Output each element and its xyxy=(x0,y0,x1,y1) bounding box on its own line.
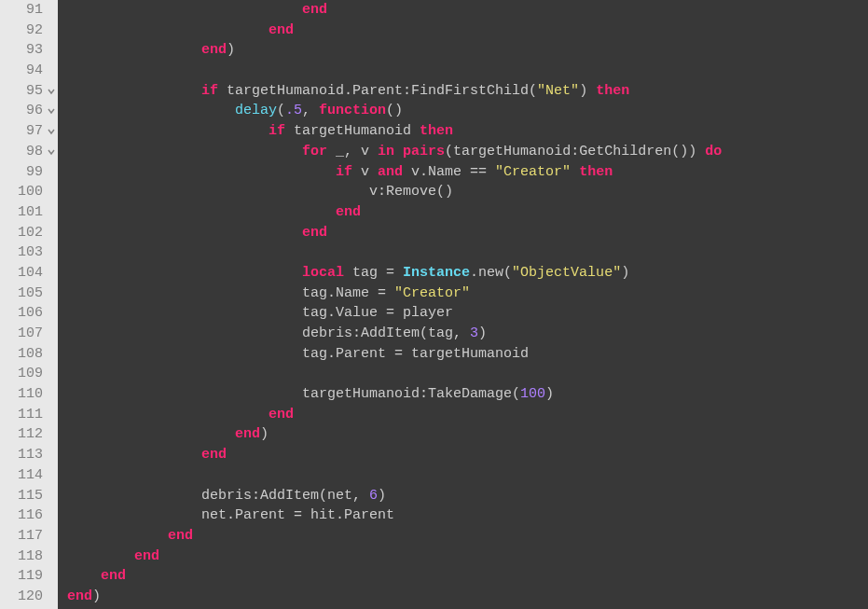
fold-marker xyxy=(45,486,58,506)
code-line[interactable]: targetHumanoid:TakeDamage(100) xyxy=(67,384,868,405)
token-num: 100 xyxy=(520,386,545,402)
token-id: (targetHumanoid:GetChildren()) xyxy=(445,144,705,159)
token-bf: function xyxy=(319,103,386,118)
line-number: 93 xyxy=(6,40,43,61)
token-id: v.Name == xyxy=(411,164,495,180)
token-kw: end xyxy=(134,548,159,564)
fold-marker xyxy=(45,526,58,547)
code-line[interactable]: end xyxy=(67,0,868,21)
token-kw: end xyxy=(201,42,227,58)
token-id xyxy=(571,164,579,180)
token-pn: , xyxy=(302,103,319,118)
fold-marker xyxy=(45,21,58,41)
fold-marker[interactable] xyxy=(45,142,58,162)
token-id: ) xyxy=(545,386,554,402)
code-line[interactable]: debris:AddItem(net, 6) xyxy=(67,486,868,506)
line-number: 105 xyxy=(6,284,43,304)
code-line[interactable]: end xyxy=(67,526,868,547)
token-num: 3 xyxy=(470,325,478,341)
token-id: net.Parent = hit.Parent xyxy=(201,507,394,523)
fold-marker xyxy=(45,405,58,425)
fold-marker xyxy=(45,40,58,61)
fold-marker[interactable] xyxy=(45,81,58,102)
token-kw: if xyxy=(201,83,227,99)
fold-marker xyxy=(45,223,58,243)
token-str: "Creator" xyxy=(394,285,470,301)
code-line[interactable]: if v and v.Name == "Creator" then xyxy=(67,162,868,183)
fold-marker xyxy=(45,547,58,567)
code-line[interactable]: delay(.5, function() xyxy=(67,101,868,121)
code-line[interactable]: local tag = Instance.new("ObjectValue") xyxy=(67,263,868,284)
fold-column[interactable] xyxy=(45,0,58,609)
token-id: v xyxy=(361,164,378,180)
token-id: ) xyxy=(378,488,386,504)
token-id: targetHumanoid.Parent:FindFirstChild( xyxy=(227,83,537,99)
line-number: 95 xyxy=(6,81,43,102)
fold-marker[interactable] xyxy=(45,121,58,142)
token-kw: and xyxy=(378,164,411,180)
token-kw: end xyxy=(269,407,294,422)
code-line[interactable] xyxy=(67,364,868,384)
code-line[interactable]: end) xyxy=(67,40,868,61)
token-cls: Instance xyxy=(403,265,470,281)
code-line[interactable]: end xyxy=(67,223,868,243)
code-line[interactable]: tag.Name = "Creator" xyxy=(67,284,868,304)
code-line[interactable] xyxy=(67,61,868,81)
line-number: 111 xyxy=(6,405,43,425)
token-kw: if xyxy=(336,164,361,180)
code-editor[interactable]: 9192939495969798991001011021031041051061… xyxy=(0,0,868,609)
fold-marker xyxy=(45,0,58,21)
token-id: ) xyxy=(579,83,596,99)
token-pn: ( xyxy=(277,103,285,118)
code-line[interactable]: v:Remove() xyxy=(67,182,868,202)
code-line[interactable]: end xyxy=(67,21,868,41)
code-line[interactable]: if targetHumanoid.Parent:FindFirstChild(… xyxy=(67,81,868,102)
chevron-down-icon xyxy=(48,107,55,115)
line-number: 120 xyxy=(6,587,43,607)
code-line[interactable]: end) xyxy=(67,587,868,607)
token-kw: end xyxy=(235,426,260,442)
token-kw: then xyxy=(596,83,629,99)
code-line[interactable] xyxy=(67,465,868,486)
line-number: 103 xyxy=(6,242,43,263)
code-line[interactable]: end) xyxy=(67,424,868,445)
line-number: 114 xyxy=(6,465,43,486)
code-line[interactable]: for _, v in pairs(targetHumanoid:GetChil… xyxy=(67,142,868,162)
token-kw: in xyxy=(378,144,403,159)
token-kw: end xyxy=(201,447,227,463)
fold-marker xyxy=(45,242,58,263)
code-line[interactable]: end xyxy=(67,445,868,465)
line-number: 118 xyxy=(6,547,43,567)
code-line[interactable]: if targetHumanoid then xyxy=(67,121,868,142)
token-pn: ) xyxy=(227,42,235,58)
code-line[interactable]: debris:AddItem(tag, 3) xyxy=(67,324,868,344)
token-pn: ) xyxy=(92,588,101,604)
code-line[interactable]: net.Parent = hit.Parent xyxy=(67,505,868,526)
line-number: 100 xyxy=(6,182,43,202)
fold-marker xyxy=(45,364,58,384)
token-kw: end xyxy=(302,225,327,241)
fold-marker[interactable] xyxy=(45,101,58,121)
line-number-gutter: 9192939495969798991001011021031041051061… xyxy=(0,0,45,609)
line-number: 99 xyxy=(6,162,43,183)
token-id: tag = xyxy=(352,265,403,281)
fold-marker xyxy=(45,284,58,304)
code-line[interactable] xyxy=(67,242,868,263)
code-line[interactable]: tag.Value = player xyxy=(67,303,868,324)
code-area[interactable]: end end end) if targetHumanoid.Parent:Fi… xyxy=(67,0,868,609)
token-str: "Creator" xyxy=(495,164,571,180)
chevron-down-icon xyxy=(48,148,55,156)
token-kw: end xyxy=(336,204,361,220)
token-id: _, v xyxy=(336,144,378,159)
line-number: 96 xyxy=(6,101,43,121)
token-id: tag.Value = player xyxy=(302,305,453,321)
code-line[interactable]: end xyxy=(67,405,868,425)
token-kw: if xyxy=(269,123,294,139)
fold-marker xyxy=(45,303,58,324)
line-number: 92 xyxy=(6,21,43,41)
code-line[interactable]: end xyxy=(67,202,868,223)
code-line[interactable]: end xyxy=(67,547,868,567)
code-line[interactable]: end xyxy=(67,566,868,587)
line-number: 117 xyxy=(6,526,43,547)
code-line[interactable]: tag.Parent = targetHumanoid xyxy=(67,344,868,365)
